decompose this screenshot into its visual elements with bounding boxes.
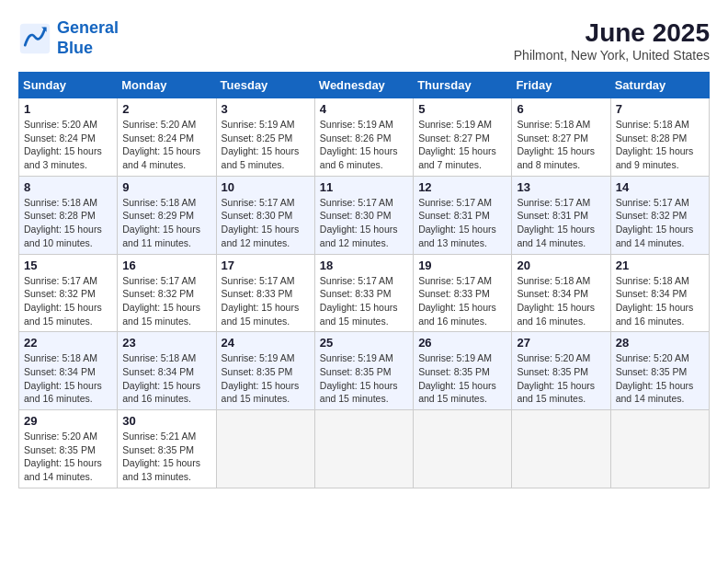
calendar-week-row: 22Sunrise: 5:18 AM Sunset: 8:34 PM Dayli… [19,332,710,410]
day-info: Sunrise: 5:17 AM Sunset: 8:33 PM Dayligh… [222,274,310,328]
day-number: 3 [222,102,310,116]
day-number: 1 [24,102,112,116]
day-info: Sunrise: 5:20 AM Sunset: 8:35 PM Dayligh… [616,351,704,406]
calendar-day-cell: 14Sunrise: 5:17 AM Sunset: 8:32 PM Dayli… [610,176,709,254]
calendar-day-cell: 11Sunrise: 5:17 AM Sunset: 8:30 PM Dayli… [314,176,413,254]
day-number: 10 [222,180,310,194]
calendar-day-cell [512,410,610,488]
weekday-header: Sunday [19,73,118,98]
calendar-day-cell [216,410,314,488]
day-info: Sunrise: 5:18 AM Sunset: 8:28 PM Dayligh… [616,118,704,172]
weekday-header: Monday [118,73,216,98]
day-number: 4 [320,102,408,116]
calendar-day-cell: 13Sunrise: 5:17 AM Sunset: 8:31 PM Dayli… [512,176,610,254]
day-info: Sunrise: 5:21 AM Sunset: 8:35 PM Dayligh… [122,430,210,484]
calendar-day-cell: 19Sunrise: 5:17 AM Sunset: 8:33 PM Dayli… [414,254,512,332]
day-info: Sunrise: 5:17 AM Sunset: 8:33 PM Dayligh… [320,274,408,328]
calendar-day-cell: 6Sunrise: 5:18 AM Sunset: 8:27 PM Daylig… [512,98,610,177]
weekday-header: Wednesday [314,73,413,98]
day-number: 21 [616,259,704,272]
day-info: Sunrise: 5:17 AM Sunset: 8:31 PM Dayligh… [418,196,506,250]
calendar-week-row: 8Sunrise: 5:18 AM Sunset: 8:28 PM Daylig… [19,176,710,254]
calendar-day-cell: 1Sunrise: 5:20 AM Sunset: 8:24 PM Daylig… [19,98,118,177]
calendar-day-cell: 5Sunrise: 5:19 AM Sunset: 8:27 PM Daylig… [414,98,512,177]
day-number: 9 [122,180,210,194]
day-number: 29 [24,414,112,428]
logo-text: General Blue [57,18,119,58]
day-info: Sunrise: 5:19 AM Sunset: 8:35 PM Dayligh… [222,351,310,406]
day-number: 16 [122,259,210,272]
weekday-header: Saturday [610,73,709,98]
day-number: 14 [616,180,704,194]
calendar-day-cell: 27Sunrise: 5:20 AM Sunset: 8:35 PM Dayli… [512,332,610,410]
calendar-day-cell: 9Sunrise: 5:18 AM Sunset: 8:29 PM Daylig… [118,176,216,254]
day-info: Sunrise: 5:17 AM Sunset: 8:32 PM Dayligh… [616,196,704,250]
day-info: Sunrise: 5:17 AM Sunset: 8:33 PM Dayligh… [418,274,506,328]
calendar-day-cell: 26Sunrise: 5:19 AM Sunset: 8:35 PM Dayli… [414,332,512,410]
day-info: Sunrise: 5:20 AM Sunset: 8:24 PM Dayligh… [122,118,210,172]
calendar-day-cell: 28Sunrise: 5:20 AM Sunset: 8:35 PM Dayli… [610,332,709,410]
calendar-day-cell: 10Sunrise: 5:17 AM Sunset: 8:30 PM Dayli… [216,176,314,254]
calendar-day-cell: 15Sunrise: 5:17 AM Sunset: 8:32 PM Dayli… [19,254,118,332]
calendar-day-cell: 24Sunrise: 5:19 AM Sunset: 8:35 PM Dayli… [216,332,314,410]
day-info: Sunrise: 5:19 AM Sunset: 8:35 PM Dayligh… [320,351,408,406]
calendar-table: SundayMondayTuesdayWednesdayThursdayFrid… [18,72,710,488]
calendar-day-cell: 22Sunrise: 5:18 AM Sunset: 8:34 PM Dayli… [19,332,118,410]
day-number: 20 [517,259,605,272]
calendar-day-cell: 7Sunrise: 5:18 AM Sunset: 8:28 PM Daylig… [610,98,709,177]
day-number: 8 [24,180,112,194]
calendar-day-cell: 30Sunrise: 5:21 AM Sunset: 8:35 PM Dayli… [118,410,216,488]
day-number: 30 [122,414,210,428]
day-info: Sunrise: 5:19 AM Sunset: 8:27 PM Dayligh… [418,118,506,172]
day-number: 5 [418,102,506,116]
calendar-day-cell [610,410,709,488]
title-block: June 2025 Philmont, New York, United Sta… [514,18,710,63]
day-number: 25 [320,336,408,350]
day-number: 13 [517,180,605,194]
day-info: Sunrise: 5:18 AM Sunset: 8:34 PM Dayligh… [616,274,704,328]
day-number: 15 [24,259,112,272]
calendar-header-row: SundayMondayTuesdayWednesdayThursdayFrid… [19,73,710,98]
weekday-header: Friday [512,73,610,98]
day-number: 19 [418,259,506,272]
month-title: June 2025 [514,18,710,48]
day-number: 6 [517,102,605,116]
calendar-day-cell [414,410,512,488]
calendar-day-cell [314,410,413,488]
day-info: Sunrise: 5:20 AM Sunset: 8:35 PM Dayligh… [24,430,112,484]
calendar-day-cell: 8Sunrise: 5:18 AM Sunset: 8:28 PM Daylig… [19,176,118,254]
day-number: 24 [222,336,310,350]
day-info: Sunrise: 5:17 AM Sunset: 8:32 PM Dayligh… [24,274,112,328]
day-info: Sunrise: 5:17 AM Sunset: 8:30 PM Dayligh… [320,196,408,250]
calendar-day-cell: 29Sunrise: 5:20 AM Sunset: 8:35 PM Dayli… [19,410,118,488]
calendar-day-cell: 18Sunrise: 5:17 AM Sunset: 8:33 PM Dayli… [314,254,413,332]
day-info: Sunrise: 5:20 AM Sunset: 8:24 PM Dayligh… [24,118,112,172]
logo-icon [18,22,51,55]
day-info: Sunrise: 5:20 AM Sunset: 8:35 PM Dayligh… [517,351,605,406]
day-info: Sunrise: 5:17 AM Sunset: 8:31 PM Dayligh… [517,196,605,250]
day-number: 2 [122,102,210,116]
calendar-day-cell: 21Sunrise: 5:18 AM Sunset: 8:34 PM Dayli… [610,254,709,332]
day-info: Sunrise: 5:18 AM Sunset: 8:34 PM Dayligh… [517,274,605,328]
location: Philmont, New York, United States [514,48,710,63]
day-number: 11 [320,180,408,194]
calendar-day-cell: 3Sunrise: 5:19 AM Sunset: 8:25 PM Daylig… [216,98,314,177]
day-number: 26 [418,336,506,350]
calendar-day-cell: 4Sunrise: 5:19 AM Sunset: 8:26 PM Daylig… [314,98,413,177]
calendar-day-cell: 16Sunrise: 5:17 AM Sunset: 8:32 PM Dayli… [118,254,216,332]
day-info: Sunrise: 5:18 AM Sunset: 8:28 PM Dayligh… [24,196,112,250]
day-number: 27 [517,336,605,350]
calendar-day-cell: 17Sunrise: 5:17 AM Sunset: 8:33 PM Dayli… [216,254,314,332]
day-number: 18 [320,259,408,272]
calendar-day-cell: 20Sunrise: 5:18 AM Sunset: 8:34 PM Dayli… [512,254,610,332]
day-number: 23 [122,336,210,350]
day-info: Sunrise: 5:17 AM Sunset: 8:30 PM Dayligh… [222,196,310,250]
day-number: 28 [616,336,704,350]
calendar-week-row: 15Sunrise: 5:17 AM Sunset: 8:32 PM Dayli… [19,254,710,332]
calendar-day-cell: 2Sunrise: 5:20 AM Sunset: 8:24 PM Daylig… [118,98,216,177]
calendar-week-row: 1Sunrise: 5:20 AM Sunset: 8:24 PM Daylig… [19,98,710,177]
calendar-day-cell: 25Sunrise: 5:19 AM Sunset: 8:35 PM Dayli… [314,332,413,410]
day-info: Sunrise: 5:18 AM Sunset: 8:27 PM Dayligh… [517,118,605,172]
weekday-header: Tuesday [216,73,314,98]
calendar-week-row: 29Sunrise: 5:20 AM Sunset: 8:35 PM Dayli… [19,410,710,488]
